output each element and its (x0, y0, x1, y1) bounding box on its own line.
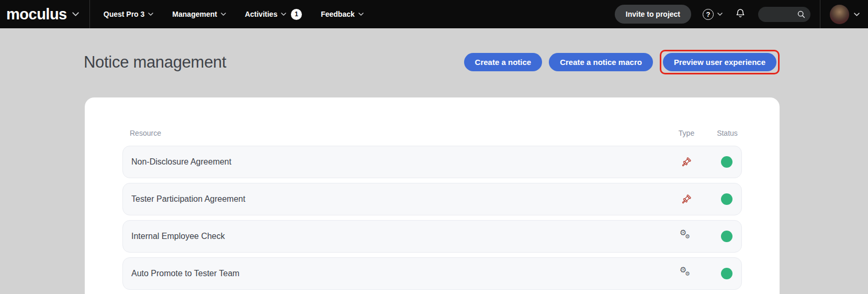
row-resource: Auto Promote to Tester Team (123, 269, 660, 278)
status-dot (721, 231, 732, 242)
nav-item-label: Feedback (321, 10, 355, 18)
action-buttons: Create a notice Create a notice macro Pr… (464, 50, 780, 74)
gears-icon: ⚙⚙ (680, 230, 692, 243)
chevron-down-icon (148, 13, 153, 16)
column-type: Type (660, 129, 713, 137)
create-notice-macro-button[interactable]: Create a notice macro (549, 53, 653, 71)
notice-table-card: Resource Type Status Non-Disclosure Agre… (85, 97, 780, 294)
row-resource: Non-Disclosure Agreement (123, 157, 660, 167)
gavel-icon (680, 156, 692, 168)
nav-item-label: Management (172, 10, 217, 18)
page-title: Notice management (84, 53, 226, 72)
top-navbar: moculus Quest Pro 3 Management Activitie… (0, 0, 868, 28)
chevron-down-icon (717, 13, 723, 16)
row-type-cell: ⚙⚙ (660, 156, 712, 168)
search-input[interactable] (758, 10, 797, 18)
search-box (758, 7, 810, 22)
help-menu[interactable]: ? (703, 9, 723, 20)
row-status-cell (712, 156, 741, 168)
logo-menu[interactable]: moculus (0, 0, 89, 28)
status-dot (721, 156, 732, 168)
nav-menu: Quest Pro 3 Management Activities 1 Fee (104, 9, 364, 20)
table-row[interactable]: Internal Employee Check ⚙⚙ (122, 220, 742, 253)
nav-item-label: Quest Pro 3 (104, 10, 145, 18)
app-window: moculus Quest Pro 3 Management Activitie… (0, 0, 868, 294)
create-notice-button[interactable]: Create a notice (464, 53, 543, 71)
help-icon: ? (703, 9, 714, 20)
nav-item-quest-pro-3[interactable]: Quest Pro 3 (104, 10, 154, 18)
row-status-cell (712, 231, 741, 242)
preview-user-experience-button[interactable]: Preview user experience (663, 53, 776, 71)
status-dot (721, 193, 732, 205)
row-type-cell: ⚙⚙ (660, 193, 712, 205)
table-row[interactable]: Non-Disclosure Agreement ⚙⚙ (122, 146, 742, 178)
nav-item-feedback[interactable]: Feedback (321, 10, 364, 18)
chevron-down-icon (72, 12, 79, 16)
column-resource: Resource (122, 129, 660, 137)
avatar (830, 5, 849, 24)
column-status: Status (713, 129, 742, 137)
activities-count-badge: 1 (291, 9, 302, 20)
highlight-box: Preview user experience (660, 50, 780, 74)
row-type-cell: ⚙⚙ (660, 230, 712, 243)
chevron-down-icon (358, 13, 364, 16)
app-logo: moculus (6, 6, 67, 23)
chevron-down-icon (221, 13, 226, 16)
row-resource: Internal Employee Check (123, 232, 660, 241)
gavel-icon (680, 193, 692, 205)
gears-icon: ⚙⚙ (680, 267, 692, 280)
bell-icon (735, 7, 746, 21)
account-menu[interactable] (820, 0, 868, 28)
row-resource: Tester Participation Agreement (123, 194, 660, 204)
status-dot (721, 268, 732, 279)
search-icon[interactable] (797, 10, 806, 19)
invite-to-project-button[interactable]: Invite to project (615, 5, 691, 24)
navbar-divider (89, 0, 90, 28)
table-body: Non-Disclosure Agreement ⚙⚙ Tester Parti… (122, 146, 742, 290)
row-type-cell: ⚙⚙ (660, 267, 712, 280)
table-row[interactable]: Tester Participation Agreement ⚙⚙ (122, 183, 742, 215)
chevron-down-icon (854, 13, 860, 16)
row-status-cell (712, 193, 741, 205)
page-header: Notice management Create a notice Create… (84, 50, 780, 74)
nav-item-label: Activities (245, 10, 277, 18)
notifications-button[interactable] (735, 7, 746, 21)
nav-item-activities[interactable]: Activities 1 (245, 9, 302, 20)
row-status-cell (712, 268, 741, 279)
nav-item-management[interactable]: Management (172, 10, 226, 18)
table-header: Resource Type Status (122, 129, 742, 137)
chevron-down-icon (281, 13, 286, 16)
table-row[interactable]: Auto Promote to Tester Team ⚙⚙ (122, 257, 742, 290)
